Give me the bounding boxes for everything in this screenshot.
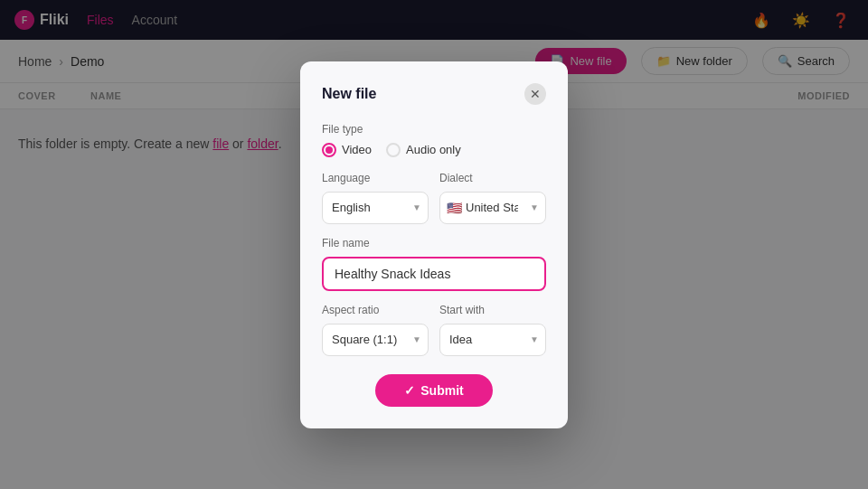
submit-button[interactable]: ✓ Submit [375,374,492,407]
submit-row: ✓ Submit [322,374,546,407]
video-radio-dot [326,146,333,154]
aspect-ratio-label: Aspect ratio [322,304,429,316]
dialect-select-wrap: 🇺🇸 United States United Kingdom Australi… [439,192,546,224]
submit-label: Submit [420,383,463,398]
modal-overlay: New file ✕ File type Video Audio only [0,0,868,489]
language-select[interactable]: English Spanish French [322,192,429,224]
modal-close-button[interactable]: ✕ [524,83,546,105]
video-radio-circle [322,143,336,157]
audio-radio[interactable]: Audio only [386,143,461,157]
language-select-wrap: English Spanish French ▼ [322,192,429,224]
dialect-label: Dialect [439,172,546,184]
aspect-start-row: Aspect ratio Square (1:1) Landscape (16:… [322,304,546,356]
file-type-label: File type [322,123,546,136]
language-label: Language [322,172,429,184]
file-type-radio-group: Video Audio only [322,143,546,157]
aspect-ratio-select-wrap: Square (1:1) Landscape (16:9) Portrait (… [322,324,429,356]
file-name-input[interactable] [322,257,546,291]
video-radio[interactable]: Video [322,143,372,157]
language-dialect-row: Language English Spanish French ▼ Dialec… [322,172,546,224]
start-with-label: Start with [439,304,546,316]
aspect-ratio-field: Aspect ratio Square (1:1) Landscape (16:… [322,304,429,356]
modal-header: New file ✕ [322,83,546,105]
audio-label: Audio only [406,143,461,156]
aspect-ratio-select[interactable]: Square (1:1) Landscape (16:9) Portrait (… [322,324,429,356]
dialect-select[interactable]: United States United Kingdom Australia [439,192,546,224]
start-with-select[interactable]: Idea Script Blank [439,324,546,356]
audio-radio-circle [386,143,401,157]
new-file-modal: New file ✕ File type Video Audio only [300,61,568,428]
video-label: Video [342,143,372,156]
file-name-label: File name [322,237,546,249]
dialect-field: Dialect 🇺🇸 United States United Kingdom … [439,172,546,224]
modal-title: New file [322,86,376,102]
checkmark-icon: ✓ [404,383,415,398]
file-name-section: File name [322,237,546,291]
language-field: Language English Spanish French ▼ [322,172,429,224]
file-type-section: File type Video Audio only [322,123,546,157]
start-with-select-wrap: Idea Script Blank ▼ [439,324,546,356]
start-with-field: Start with Idea Script Blank ▼ [439,304,546,356]
